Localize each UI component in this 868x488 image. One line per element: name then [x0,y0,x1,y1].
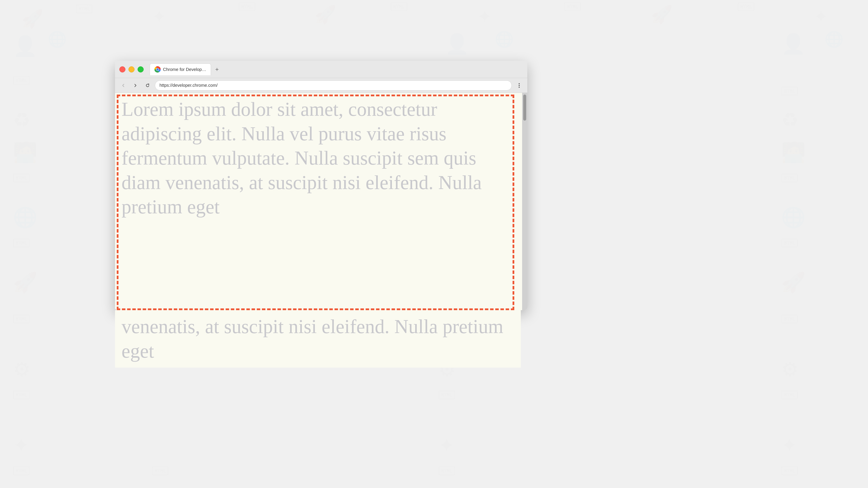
bg-html-bottom-1: HTML [13,173,30,183]
bg-person-bottom-3: 🧑‍💻 [781,141,806,164]
bg-html-vbot-4: HTML [781,466,798,475]
bg-cog-3: ⚙ [781,358,799,381]
bg-html-vbot-2: HTML [152,466,168,475]
back-arrow-icon [121,83,125,88]
bg-person-icon: 👤 [13,35,37,58]
bg-globe-icon: 🌐 [48,30,67,48]
nav-bar: https://developer.chrome.com/ [115,78,527,93]
close-button[interactable] [119,66,125,72]
bg-star-3: ✦ [814,6,828,27]
back-button[interactable] [119,81,128,90]
title-bar: Chrome for Developers + [115,61,527,78]
svg-point-2 [156,68,159,71]
scrollbar[interactable] [522,93,527,310]
svg-point-5 [519,87,520,88]
bg-html-badge-3: HTML [391,2,407,11]
address-bar[interactable]: https://developer.chrome.com/ [155,80,512,91]
bg-star-bot-2: ✦ [438,434,455,457]
traffic-lights [119,66,144,72]
bg-html-bottom-3: HTML [781,173,798,183]
bg-star-icon-1: ✦ [152,6,166,27]
scrollbar-thumb[interactable] [523,95,526,121]
maximize-button[interactable] [137,66,144,72]
lorem-ipsum-text: Lorem ipsum dolor sit amet, consectetur … [122,97,512,310]
bg-globe-bottom-3: 🌐 [781,206,806,229]
bg-rocket-2: 🚀 [315,4,336,25]
browser-tab[interactable]: Chrome for Developers [150,64,211,75]
bg-html-low-1: HTML [13,238,30,248]
bg-html-vlow-3: HTML [781,315,798,323]
reload-icon [145,83,150,88]
new-tab-button[interactable]: + [213,65,221,74]
bg-person-2: 👤 [445,33,469,55]
url-text: https://developer.chrome.com/ [159,83,218,88]
bg-html-badge-right: HTML [781,87,798,96]
content-area: Lorem ipsum dolor sit amet, consectetur … [115,93,527,310]
bg-html-bot-3: HTML [781,390,798,399]
tab-title: Chrome for Developers [163,67,206,72]
svg-point-3 [519,83,520,84]
chrome-favicon [154,66,161,73]
browser-window: Chrome for Developers + https://develope… [115,61,527,310]
bg-html-vbot-3: HTML [438,466,455,475]
bg-person-bottom-1: 🧑‍💻 [13,141,37,164]
bg-html-badge-4: HTML [564,2,581,11]
bg-html-low-3: HTML [781,238,798,248]
bg-html-badge-2: HTML [239,2,255,11]
bg-html-badge-5: HTML [738,2,754,11]
bg-recycle-icon: ♻ [13,108,31,131]
bg-html-bot-2: HTML [438,390,455,399]
bg-recycle-3: ♻ [781,108,799,131]
bg-html-bot-1: HTML [13,390,30,399]
forward-button[interactable] [131,81,140,90]
bg-rocket-3: 🚀 [651,4,673,25]
below-browser-text: venenatis, at suscipit nisi eleifend. Nu… [115,310,521,368]
three-dots-icon [519,83,520,88]
bg-cog-1: ⚙ [13,358,31,381]
tab-area: Chrome for Developers + [150,64,523,75]
forward-arrow-icon [133,83,137,88]
bg-html-vbot-1: HTML [13,466,30,475]
bg-person-3: 👤 [781,33,806,55]
bg-globe-3: 🌐 [825,30,843,48]
bg-star-bot-3: ✦ [781,434,798,457]
bg-html-vlow-1: HTML [13,315,30,323]
bg-rocket-icon: 🚀 [22,9,43,29]
bg-star-bot-1: ✦ [13,434,29,457]
reload-button[interactable] [143,81,152,90]
svg-point-4 [519,85,520,86]
bg-html-badge-left: HTML [13,76,30,85]
bg-rocket-low-3: 🚀 [781,271,806,294]
bg-rocket-low-1: 🚀 [13,271,37,294]
minimize-button[interactable] [128,66,134,72]
bg-globe-2: 🌐 [495,30,514,48]
bg-html-badge-1: HTML [76,4,93,13]
menu-button[interactable] [514,81,524,90]
bg-globe-bottom-1: 🌐 [13,206,37,229]
bg-star-2: ✦ [477,6,492,27]
